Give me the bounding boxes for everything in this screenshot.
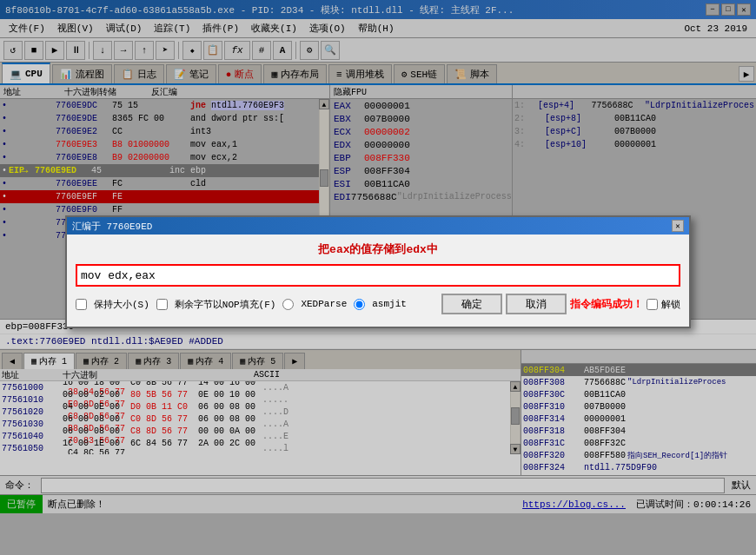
dialog-options: 保持大小(S) 剩余字节以NOP填充(F) XEDParse asmjit 确定… [76, 294, 680, 314]
dialog-content: 把eax的值存储到edx中 保持大小(S) 剩余字节以NOP填充(F) XEDP… [67, 235, 689, 327]
dialog-subtitle: 把eax的值存储到edx中 [76, 241, 680, 257]
success-message: 指令编码成功！ [570, 297, 643, 312]
nop-fill-label: 剩余字节以NOP填充(F) [175, 298, 276, 311]
dialog-title: 汇编于 7760E9ED [72, 220, 152, 233]
dialog-overlay: 汇编于 7760E9ED ✕ 把eax的值存储到edx中 保持大小(S) 剩余字… [0, 0, 756, 555]
xedparse-label: XEDParse [301, 299, 347, 309]
xedparse-radio[interactable] [282, 299, 294, 310]
assemble-dialog: 汇编于 7760E9ED ✕ 把eax的值存储到edx中 保持大小(S) 剩余字… [65, 215, 691, 328]
nop-fill-checkbox[interactable] [156, 299, 168, 310]
dialog-close-button[interactable]: ✕ [672, 220, 684, 232]
cancel-button[interactable]: 取消 [506, 294, 567, 314]
keep-size-label: 保持大小(S) [94, 298, 149, 311]
lock-checkbox[interactable] [647, 299, 658, 310]
lock-label: 解锁 [661, 298, 680, 311]
asmjit-radio[interactable] [354, 299, 365, 310]
keep-size-checkbox[interactable] [76, 299, 87, 310]
ok-button[interactable]: 确定 [441, 294, 502, 314]
assemble-input[interactable] [76, 264, 680, 287]
dialog-buttons: 确定 取消 指令编码成功！ 解锁 [441, 294, 680, 314]
dialog-title-bar: 汇编于 7760E9ED ✕ [67, 217, 689, 235]
asmjit-label: asmjit [372, 299, 407, 309]
